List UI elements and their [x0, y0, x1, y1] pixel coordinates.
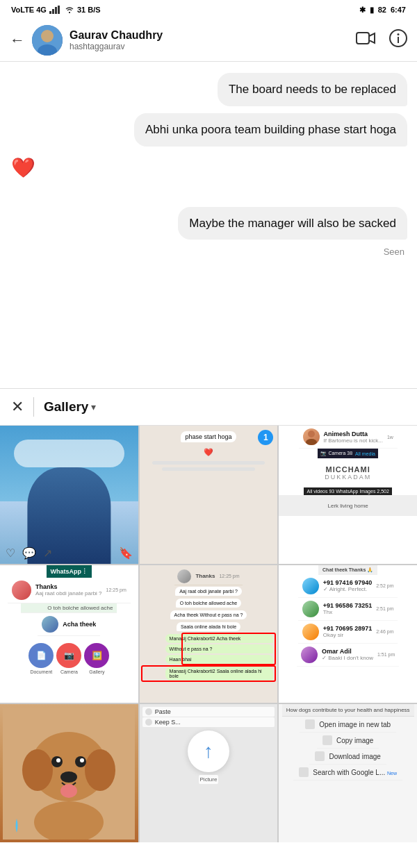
- thumb-7-inner: [0, 704, 138, 842]
- new-badge: New: [387, 771, 397, 776]
- gallery-thumb-3[interactable]: Animesh Dutta If Bartomeu is not kick...…: [279, 426, 417, 564]
- gallery-divider: [33, 397, 34, 417]
- gallery-thumb-2[interactable]: phase start hoga ❤️ 1: [140, 426, 278, 564]
- contact-time-1: 2:52 pm: [376, 583, 393, 588]
- doc-label: Document: [30, 669, 52, 674]
- chat-avatar: [177, 569, 191, 583]
- doc-icon: 📄: [36, 651, 47, 660]
- time-display: 6:47: [391, 6, 406, 14]
- share-icon: ↗: [43, 546, 52, 560]
- keep-opt: Keep S...: [142, 717, 275, 727]
- chat-header: ← Gaurav Chaudhry hashtaggaurav: [0, 19, 417, 62]
- bubble-2: Abhi unka poora team building phase star…: [134, 113, 407, 147]
- back-button[interactable]: ←: [10, 31, 25, 49]
- contact-time-4: 1:51 pm: [377, 652, 395, 657]
- svg-point-15: [22, 749, 53, 791]
- gallery-thumb-9[interactable]: How dogs contribute to your health and h…: [279, 704, 417, 842]
- status-right: ✱ ▮ 82 6:47: [359, 6, 406, 15]
- context-open: Open image in new tab: [300, 717, 396, 733]
- contact-av-1: [302, 578, 319, 594]
- signal-icon: [49, 6, 62, 14]
- camera-tab: 📷 Camera 38: [320, 451, 352, 456]
- gallery-thumb-6[interactable]: Chat theek Thanks 🙏 +91 97416 97940 ✓ Al…: [279, 565, 417, 703]
- search-icon: [299, 767, 309, 777]
- dog-illustration: [3, 708, 135, 840]
- svg-point-16: [85, 749, 115, 791]
- keep-label: Keep S...: [155, 719, 181, 726]
- contact-name: Gaurav Chaudhry: [70, 29, 349, 42]
- contact-1: +91 97416 97940 ✓ Alright. Perfect. 2:52…: [298, 575, 398, 598]
- contact-animesh: Animesh Dutta If Bartomeu is not kick...…: [299, 426, 398, 449]
- bubble-1: The board needs to be replaced: [218, 73, 407, 106]
- gal-label: Gallery: [89, 669, 104, 674]
- wa-text-1: Thanks Aaj raat obdi janate parbi ?: [35, 583, 102, 596]
- message-text-3: Maybe the manager will also be sacked: [189, 217, 396, 230]
- chat-contact-name: Thanks: [195, 573, 215, 579]
- carrier-label: VoLTE 4G: [11, 6, 47, 14]
- svg-point-12: [306, 439, 317, 445]
- contact-sub-3: Okay sir: [323, 632, 372, 638]
- wa-name-1: Thanks: [35, 583, 102, 590]
- chat-msg-1: Aaj raat obdi janate parbi ?: [175, 587, 242, 596]
- wa-options-row: 📄 Document 📷 Camera 🖼️ Gallery: [26, 637, 112, 680]
- wa-avatar-2: [42, 616, 58, 633]
- message-2: Abhi unka poora team building phase star…: [134, 113, 407, 147]
- contact-3: +91 70695 28971 Okay sir 2:46 pm: [298, 621, 398, 644]
- wa-name-2: Acha theek: [63, 621, 96, 628]
- gallery-thumb-4[interactable]: WhatsApp ⋮ Thanks Aaj raat obdi janate p…: [0, 565, 138, 703]
- media-count-bar: All videos 93 WhatsApp Images 2,502: [304, 487, 391, 495]
- svg-point-20: [80, 758, 84, 762]
- message-3: Maybe the manager will also be sacked: [178, 207, 407, 240]
- green-msg-1: Manasij Chakraborti2 Acha theek: [165, 634, 274, 643]
- paste-label: Paste: [155, 708, 171, 715]
- svg-rect-7: [357, 33, 369, 44]
- contact-sub-4: ✓ Baaki I don't know: [322, 655, 373, 661]
- gallery-thumb-5[interactable]: Thanks 12:25 pm Aaj raat obdi janate par…: [140, 565, 278, 703]
- gallery-title: Gallery: [44, 399, 88, 415]
- green-msg-3: Haan bhai: [165, 655, 274, 664]
- contact-username: hashtaggaurav: [70, 42, 349, 51]
- heart-reaction[interactable]: ❤️: [11, 156, 407, 179]
- svg-point-11: [308, 431, 315, 437]
- svg-rect-2: [55, 7, 57, 14]
- context-copy: Copy image: [317, 733, 379, 749]
- contact-name-2: +91 96586 73251: [323, 602, 372, 609]
- paste-opt: Paste: [142, 707, 275, 717]
- micchami-subtitle: DUKKADAM: [325, 474, 371, 481]
- contact-sub-2: Thx: [323, 609, 372, 615]
- gallery-thumb-8[interactable]: Paste Keep S... ↑ Picture: [140, 704, 278, 842]
- header-icons: [356, 29, 407, 51]
- gallery-title-row[interactable]: Gallery ▾: [44, 399, 96, 415]
- wa-header-bar: WhatsApp ⋮: [47, 565, 92, 578]
- contact-name-1: +91 97416 97940: [323, 579, 372, 586]
- battery-level: 82: [378, 6, 386, 14]
- info-icon[interactable]: [389, 29, 407, 51]
- thumb-8-inner: Paste Keep S... ↑ Picture: [140, 704, 278, 842]
- seen-label: Seen: [10, 247, 407, 257]
- like-icon: ♡: [6, 546, 15, 560]
- gallery-thumb-1[interactable]: ♡ 💬 ↗ 🔖: [0, 426, 138, 564]
- media-tabs: 📷 Camera 38 All media: [318, 449, 377, 458]
- video-call-icon[interactable]: [356, 31, 375, 50]
- animesh-avatar: [303, 428, 320, 445]
- gallery-thumb-7[interactable]: [0, 704, 138, 842]
- thumb-6-inner: Chat theek Thanks 🙏 +91 97416 97940 ✓ Al…: [279, 565, 417, 703]
- svg-rect-1: [52, 9, 54, 14]
- gallery-close-button[interactable]: ✕: [11, 398, 24, 416]
- thumb-9-inner: How dogs contribute to your health and h…: [279, 704, 417, 842]
- contact-name-3: +91 70695 28971: [323, 625, 372, 632]
- wa-msg-1: Aaj raat obdi janate parbi ?: [35, 590, 102, 596]
- contact-time-2: 2:51 pm: [376, 606, 393, 611]
- svg-point-22: [60, 784, 77, 798]
- green-msg-4: Manasij Chakraborti2 Saala online alada …: [165, 667, 274, 681]
- thumb-2-inner: phase start hoga ❤️ 1: [140, 426, 278, 564]
- chat-msg-2: O toh bolche allowed ache: [176, 599, 242, 608]
- chat-heart: ❤️: [204, 448, 213, 457]
- svg-rect-0: [49, 11, 51, 14]
- copy-label: Copy image: [336, 737, 373, 744]
- wa-title: WhatsApp: [51, 568, 82, 575]
- green-msg-2: Without e pass na ?: [165, 644, 274, 653]
- contact-info-3: +91 70695 28971 Okay sir: [323, 625, 372, 638]
- red-box-2-container: Manasij Chakraborti2 Saala online alada …: [141, 665, 277, 682]
- contact-av-2: [302, 601, 319, 617]
